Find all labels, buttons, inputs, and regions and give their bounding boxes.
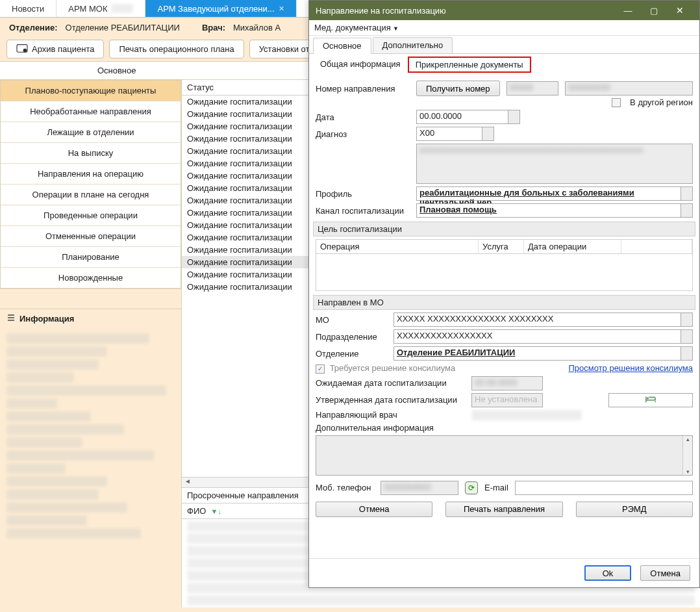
goal-table[interactable]: Операция Услуга Дата операции	[316, 239, 693, 291]
list-icon	[6, 313, 16, 324]
app-tab-arm-mok[interactable]: АРМ МОК	[56, 0, 145, 17]
form-area: Номер направления Получить номер 00000 0…	[309, 75, 699, 558]
nav-item[interactable]: Планово-поступающие пациенты	[1, 81, 181, 101]
print-plan-button[interactable]: Печать операционного плана	[109, 40, 244, 58]
phone-field[interactable]: 0000000000	[381, 481, 458, 495]
archive-icon	[16, 43, 28, 55]
consilium-label: Требуется решение консилиума	[330, 363, 456, 373]
diag-text-field[interactable]: xxxxxxxxxxxxxxxxxxxxxxxxxxxxxxxxxxxxxxxx…	[416, 144, 693, 184]
minimize-button[interactable]: —	[615, 6, 641, 16]
print-referral-button[interactable]: Печать направления	[445, 502, 562, 517]
dept-form-label: Отделение	[316, 349, 387, 359]
other-region-label: В другой регион	[630, 97, 693, 107]
dialog-footer: Ok Отмена	[309, 558, 699, 587]
conf-date-label: Утвержденная дата госпитализации	[316, 395, 465, 405]
archive-button[interactable]: Архив пациента	[6, 40, 104, 58]
ref-doctor-label: Направляющий врач	[316, 410, 465, 420]
nav-list: Планово-поступающие пациентыНеобработанн…	[0, 80, 181, 289]
tab-extra[interactable]: Дополнительно	[373, 37, 453, 53]
dialog-sub-tabs: Общая информация Прикрепленные документы	[309, 54, 699, 75]
nav-item[interactable]: Направления на операцию	[1, 164, 181, 185]
dept-label: Отделение:	[9, 23, 58, 32]
profile-field[interactable]: реабилитационные для больных с заболеван…	[416, 186, 693, 201]
nav-item[interactable]: Лежащие в отделении	[1, 122, 181, 143]
svg-point-2	[647, 397, 649, 399]
ok-button[interactable]: Ok	[584, 565, 632, 581]
date-label: Дата	[316, 112, 410, 122]
phone-label: Моб. телефон	[316, 483, 374, 492]
bed-button[interactable]	[608, 393, 693, 407]
subtab-general-info[interactable]: Общая информация	[313, 57, 408, 73]
extra-info-label: Дополнительная информация	[316, 423, 434, 433]
doctor-value: Михайлов А	[233, 23, 281, 32]
profile-label: Профиль	[316, 189, 410, 199]
cancel-button[interactable]: Отмена	[640, 565, 690, 581]
app-tab-arm-dept[interactable]: АРМ Заведующий отделени...✕	[145, 0, 296, 17]
nav-item[interactable]: Планирование	[1, 247, 181, 268]
filter-icon[interactable]: ▼↓	[211, 507, 221, 515]
dialog-top-tabs: Основное Дополнительно	[309, 36, 699, 54]
diag-label: Диагноз	[316, 129, 410, 139]
col-status[interactable]: Статус	[187, 83, 214, 92]
info-body	[0, 328, 181, 607]
dept-field[interactable]: Отделение РЕАБИЛИТАЦИИ	[394, 346, 693, 361]
col-service[interactable]: Услуга	[479, 240, 524, 253]
bed-icon	[645, 396, 656, 405]
cancel-referral-button[interactable]: Отмена	[316, 502, 432, 517]
nav-item[interactable]: Проведенные операции	[1, 205, 181, 226]
menu-med-doc[interactable]: Мед. документация▼	[314, 23, 399, 32]
num-label: Номер направления	[316, 84, 410, 94]
tab-main[interactable]: Основное	[313, 38, 371, 54]
consilium-link[interactable]: Просмотр решения консилиума	[568, 363, 693, 373]
goal-header: Цель госпитализации	[313, 222, 695, 236]
consilium-checkbox[interactable]: ✓	[316, 364, 325, 374]
col-op-date[interactable]: Дата операции	[524, 240, 621, 253]
submenu-main[interactable]: Основное	[0, 62, 233, 79]
info-header: Информация	[0, 309, 181, 328]
nav-item[interactable]: Новорожденные	[1, 268, 181, 288]
email-field[interactable]	[515, 481, 693, 495]
sent-header: Направлен в МО	[313, 295, 695, 310]
conf-date-field[interactable]: Не установлена	[471, 393, 543, 407]
channel-field[interactable]: Плановая помощь	[416, 203, 693, 218]
num-field-2: 000000000	[565, 81, 693, 96]
mo-label: МО	[316, 315, 387, 325]
nav-item[interactable]: Операции в плане на сегодня	[1, 185, 181, 205]
dept-value: Отделение РЕАБИЛИТАЦИИ	[66, 23, 180, 32]
date-field[interactable]: 00.00.0000	[416, 110, 520, 124]
nav-item[interactable]: Отмененные операции	[1, 226, 181, 247]
scrollbar[interactable]: ▴▾	[682, 436, 692, 475]
svg-point-1	[23, 49, 27, 53]
dialog-titlebar: Направление на госпитализацию — ▢ ✕	[309, 1, 699, 20]
nav-item[interactable]: Необработанные направления	[1, 101, 181, 122]
close-icon[interactable]: ✕	[279, 5, 284, 13]
dialog-menubar: Мед. документация▼	[309, 20, 699, 36]
nav-item[interactable]: На выписку	[1, 143, 181, 164]
email-label: E-mail	[484, 483, 508, 492]
exp-date-label: Ожидаемая дата госпитализации	[316, 378, 465, 388]
subdiv-label: Подразделение	[316, 332, 387, 342]
app-tab-news[interactable]: Новости	[0, 0, 56, 17]
dialog-title: Направление на госпитализацию	[316, 6, 446, 16]
subdiv-field[interactable]: XXXXXXXXXXXXXXXXX	[394, 329, 693, 344]
col-fio[interactable]: ФИО	[187, 506, 206, 516]
exp-date-field[interactable]: 00.00.0000	[471, 376, 543, 390]
other-region-checkbox[interactable]	[612, 98, 621, 107]
col-operation[interactable]: Операция	[316, 240, 479, 253]
remd-button[interactable]: РЭМД	[576, 502, 693, 517]
maximize-button[interactable]: ▢	[641, 6, 667, 16]
close-button[interactable]: ✕	[667, 5, 693, 16]
diag-code-field[interactable]: X00	[416, 127, 494, 141]
subtab-attached-docs[interactable]: Прикрепленные документы	[408, 57, 531, 73]
refresh-icon[interactable]: ⟳	[465, 481, 478, 494]
mo-field[interactable]: XXXXX XXXXXXXXXXXXXX XXXXXXXX	[394, 312, 693, 327]
doctor-label: Врач:	[202, 23, 225, 32]
left-column: Планово-поступающие пациентыНеобработанн…	[0, 80, 182, 607]
hospitalization-dialog: Направление на госпитализацию — ▢ ✕ Мед.…	[308, 0, 700, 588]
channel-label: Канал госпитализации	[316, 206, 410, 216]
get-number-button[interactable]: Получить номер	[416, 81, 500, 96]
extra-info-field[interactable]: ▴▾	[316, 435, 693, 476]
num-field-1: 00000	[506, 81, 558, 96]
